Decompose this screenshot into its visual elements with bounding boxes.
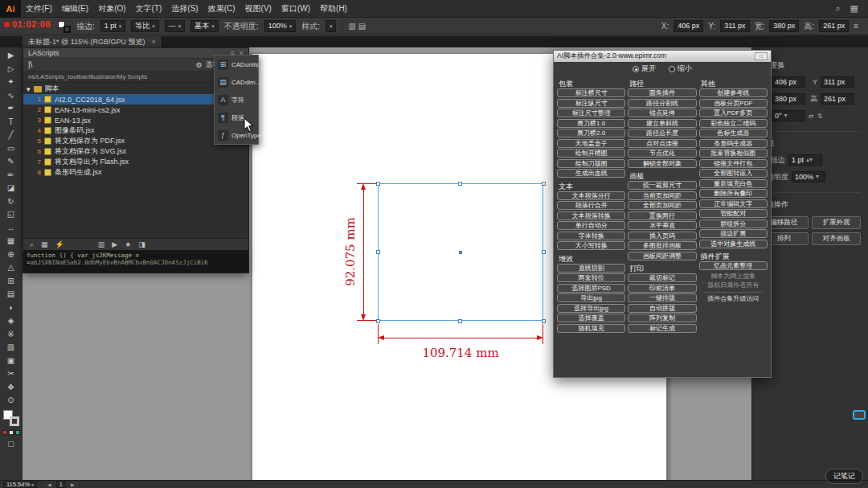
paintbrush-tool[interactable]: ✎ xyxy=(2,155,21,169)
menu-item[interactable]: 编辑(E) xyxy=(57,0,93,18)
plugin-button[interactable]: 水平垂直 xyxy=(628,221,696,230)
blend-tool[interactable]: ◈ xyxy=(2,314,21,328)
plugin-button[interactable]: 导出jpg xyxy=(557,293,625,302)
plugin-button[interactable]: 大小写转换 xyxy=(557,241,625,250)
none-chip[interactable] xyxy=(15,430,20,435)
plugin-button[interactable]: 文本段落转换 xyxy=(557,211,625,220)
plugin-button[interactable]: 标注横尺寸 xyxy=(557,88,625,97)
screen-mode-icon[interactable]: ▢ xyxy=(7,440,14,448)
free-transform-tool[interactable]: ▦ xyxy=(2,235,21,248)
align-icons[interactable]: ▥ ▤ xyxy=(348,22,366,31)
style-field[interactable]: ▾ xyxy=(326,20,337,32)
plugin-button[interactable]: 画板分页PDF xyxy=(699,99,768,108)
plugin-button[interactable]: 锚点延伸 xyxy=(628,109,696,117)
plugin-button[interactable]: 画板间距调整 xyxy=(628,252,696,260)
plugin-button[interactable]: 路径总长度 xyxy=(628,129,696,137)
plugin-button[interactable]: 直线切割 xyxy=(557,264,625,273)
plugin-button[interactable]: 群组拆分 xyxy=(699,219,768,228)
plugin-button[interactable]: 生成出血线 xyxy=(557,169,625,178)
h-field[interactable]: 261 px xyxy=(821,93,854,105)
plugin-button[interactable]: 彩色独立二维码 xyxy=(699,119,768,128)
grid-view-icon[interactable]: ▦ xyxy=(41,240,48,248)
plugin-button[interactable]: 统一裁剪尺寸 xyxy=(628,181,696,190)
artboard-tool[interactable]: ▣ xyxy=(2,355,21,368)
plugin-button[interactable]: 重新填充白色 xyxy=(699,179,768,188)
x-field[interactable]: 406 px xyxy=(772,76,805,88)
plugin-button[interactable]: 绘制开槽图 xyxy=(557,149,625,158)
plugin-button[interactable]: 选择导出jpg xyxy=(557,304,625,313)
gradient-chip[interactable] xyxy=(9,430,14,435)
close-icon[interactable]: × xyxy=(152,38,156,46)
close-button[interactable]: □ xyxy=(755,52,768,60)
note-overlay-button[interactable]: 记笔记 xyxy=(825,469,863,484)
plugin-button[interactable]: 天地盖盒子 xyxy=(557,139,625,148)
menu-item[interactable]: 对象(O) xyxy=(93,0,130,18)
menu-item[interactable]: 窗口(W) xyxy=(276,0,315,18)
plugin-button[interactable]: 标注尺寸整理 xyxy=(557,109,625,117)
w-field[interactable]: 380 px xyxy=(772,93,805,105)
brush-definition-field[interactable]: 基本▾ xyxy=(190,20,219,32)
dock-panel-item[interactable]: A 字符 xyxy=(215,91,258,109)
artboard-number-field[interactable]: 1 xyxy=(56,482,66,488)
column-graph-tool[interactable]: ▥ xyxy=(2,341,21,355)
plugin-button[interactable]: 选择覆盖 xyxy=(557,314,625,322)
rectangle-tool[interactable]: ▭ xyxy=(2,142,21,156)
run-quick-icon[interactable]: ⚡ xyxy=(55,240,64,248)
line-segment-tool[interactable]: ╱ xyxy=(2,129,21,142)
plugin-button[interactable]: 段落行合并 xyxy=(557,201,625,210)
hand-tool[interactable]: ✥ xyxy=(2,381,21,395)
search-icon[interactable]: ⌕ xyxy=(835,3,840,14)
stroke-weight-field[interactable]: 1 pt▾ xyxy=(100,20,126,32)
scale-tool[interactable]: ◱ xyxy=(2,208,21,222)
h-field[interactable]: 261 px xyxy=(819,20,849,32)
script-row[interactable]: 6 将文档保存为 SVG.jsx xyxy=(23,146,248,157)
quick-action-button[interactable]: 扩展外观 xyxy=(812,216,861,229)
width-profile-field[interactable]: —▾ xyxy=(165,20,186,32)
plugin-button[interactable]: 建立单斜线 xyxy=(628,119,696,128)
eraser-tool[interactable]: ◪ xyxy=(2,182,21,195)
selection-handle[interactable] xyxy=(458,182,462,186)
menu-item[interactable]: 视图(V) xyxy=(240,0,276,18)
next-artboard-icon[interactable]: ▶ xyxy=(71,482,75,487)
plugin-button[interactable]: 字体转换 xyxy=(557,232,625,240)
plugin-button[interactable]: 插入页码 xyxy=(628,232,696,240)
width-tool[interactable]: ↔ xyxy=(2,222,21,236)
stroke-color-swatch[interactable] xyxy=(10,416,19,426)
script-console[interactable]: function () { var js2KMessage = =abJSXBI… xyxy=(23,250,248,273)
selection-handle[interactable] xyxy=(542,319,546,323)
perspective-grid-tool[interactable]: △ xyxy=(2,261,21,275)
lasso-tool[interactable]: ∿ xyxy=(2,89,21,103)
plugin-button[interactable]: 裁切标记 xyxy=(628,273,696,282)
plugin-button[interactable]: 色标生成器 xyxy=(699,129,768,137)
plugin-button[interactable]: 多图批排画板 xyxy=(628,241,696,250)
eyedropper-tool[interactable]: ◗ xyxy=(2,301,21,315)
selection-tool[interactable]: ▶ xyxy=(2,49,21,63)
plugin-button[interactable]: 路径分割线 xyxy=(628,99,696,108)
plugin-button[interactable]: 解锁全部对象 xyxy=(628,159,696,168)
opacity-field[interactable]: 100%▾ xyxy=(792,171,825,182)
stepper-icon[interactable]: ▴▾ xyxy=(806,155,813,165)
plugin-footer-button[interactable]: 忆品元素整理 xyxy=(699,261,768,270)
plugin-button[interactable]: 全部图转嵌入 xyxy=(699,169,768,178)
plugin-button[interactable]: 阵列复制 xyxy=(628,314,696,322)
plugin-button[interactable]: 圆角插件 xyxy=(628,88,696,97)
gear-icon[interactable]: ⚙ xyxy=(195,61,202,69)
plugin-titlebar[interactable]: AI脚本插件合集-2.0-www.epimr.com □ xyxy=(554,51,771,62)
plugin-button[interactable]: 条形码生成器 xyxy=(699,139,768,148)
shape-builder-tool[interactable]: ⊕ xyxy=(2,248,21,262)
selection-handle[interactable] xyxy=(542,250,546,254)
stroke-weight-field[interactable]: 1 pt▴▾ xyxy=(788,154,822,166)
document-tab[interactable]: 未标题-1* @ 115% (RGB/GPU 预览) × xyxy=(23,36,162,47)
plugin-button[interactable]: 一键排版 xyxy=(628,293,696,302)
prev-artboard-icon[interactable]: ◀ xyxy=(47,482,51,487)
script-row[interactable]: 8 条形码生成.jsx xyxy=(23,167,248,178)
plugin-upgrade-link[interactable]: 插件合集升级访问 xyxy=(699,294,768,303)
radio-shrink[interactable]: 缩小 xyxy=(669,64,692,74)
script-row[interactable]: 7 将文档导出为 Flash.jsx xyxy=(23,157,248,167)
list-view-icon[interactable]: ▥ xyxy=(98,240,105,248)
magic-wand-tool[interactable]: ✦ xyxy=(2,76,21,89)
plugin-button[interactable]: 智能配对 xyxy=(699,209,768,218)
zoom-tool[interactable]: ⊙ xyxy=(2,394,21,408)
panel-dock-icon[interactable]: ◨ xyxy=(138,240,145,248)
width-profile-uniform[interactable]: 等比▾ xyxy=(131,20,159,32)
